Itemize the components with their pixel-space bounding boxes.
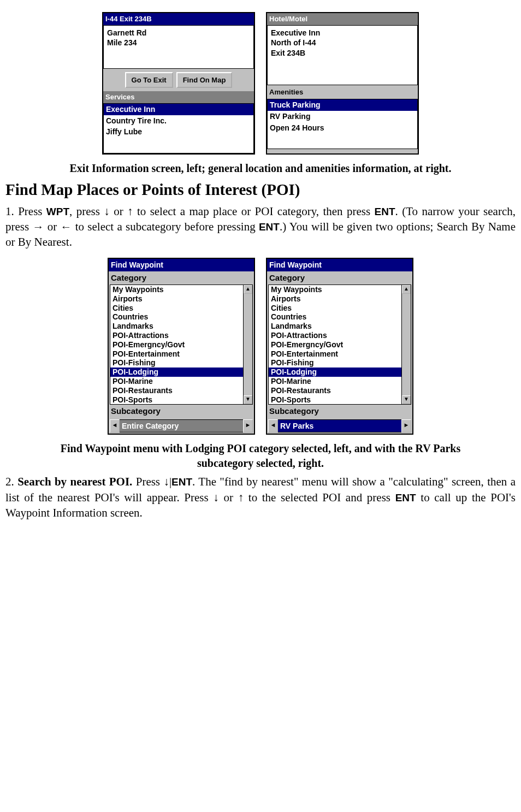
category-item[interactable]: POI-Emergncy/Govt (110, 340, 243, 349)
subcategory-selector[interactable]: ◄ Entire Category ► (110, 419, 253, 433)
hotel-info-box: Executive Inn North of I-44 Exit 234B (267, 25, 418, 85)
key-ent: ENT (375, 206, 395, 217)
info-line: North of I-44 (271, 38, 414, 48)
exit-info-left-panel: I-44 Exit 234B Garnett Rd Mile 234 Go To… (102, 12, 255, 155)
category-item[interactable]: POI-Entertainment (269, 349, 401, 359)
hotel-motel-panel: Hotel/Motel Executive Inn North of I-44 … (266, 12, 419, 155)
category-item[interactable]: POI-Restaurants (110, 386, 243, 395)
exit-info-box: Garnett Rd Mile 234 (103, 25, 254, 69)
bold-phrase: Search by nearest POI. (17, 475, 132, 488)
category-item[interactable]: POI-Emergncy/Govt (269, 340, 401, 349)
category-item[interactable]: POI-Lodging (269, 368, 401, 377)
list-item[interactable]: Executive Inn (104, 104, 253, 115)
subcategory-value: Entire Category (120, 419, 243, 433)
arrow-right-icon[interactable]: ► (243, 419, 253, 433)
panel-title: I-44 Exit 234B (103, 13, 254, 25)
amenities-list[interactable]: Truck Parking RV Parking Open 24 Hours (267, 99, 418, 149)
find-waypoint-right-panel: Find Waypoint Category My WaypointsAirpo… (266, 258, 413, 435)
scroll-up-icon[interactable]: ▲ (244, 285, 252, 294)
info-line: Garnett Rd (107, 28, 250, 38)
panel-title: Find Waypoint (109, 259, 254, 271)
info-line: Executive Inn (271, 28, 414, 38)
find-waypoint-left-panel: Find Waypoint Category My WaypointsAirpo… (108, 258, 255, 435)
list-item[interactable]: Jiffy Lube (104, 126, 253, 138)
category-item[interactable]: Airports (269, 294, 401, 304)
list-item[interactable]: Truck Parking (268, 99, 417, 111)
category-list[interactable]: My WaypointsAirportsCitiesCountriesLandm… (110, 285, 253, 405)
scroll-up-icon[interactable]: ▲ (402, 285, 411, 294)
list-item[interactable]: Country Tire Inc. (104, 115, 253, 127)
category-item[interactable]: Landmarks (269, 322, 401, 331)
amenities-header: Amenities (267, 85, 418, 99)
panel-title: Hotel/Motel (267, 13, 418, 25)
category-list[interactable]: My WaypointsAirportsCitiesCountriesLandm… (268, 285, 411, 405)
category-item[interactable]: POI-Sports (110, 395, 243, 405)
info-line: Exit 234B (271, 48, 414, 58)
subcategory-label: Subcategory (267, 405, 412, 418)
category-item[interactable]: POI-Marine (269, 377, 401, 386)
category-item[interactable]: POI-Fishing (269, 358, 401, 368)
scrollbar[interactable]: ▲ ▼ (243, 285, 252, 404)
exit-info-screenshots: I-44 Exit 234B Garnett Rd Mile 234 Go To… (5, 12, 516, 155)
category-item[interactable]: POI-Marine (110, 377, 243, 386)
section-heading: Find Map Places or Points of Interest (P… (5, 179, 516, 200)
category-item[interactable]: My Waypoints (269, 285, 401, 294)
panel-title: Find Waypoint (267, 259, 412, 271)
subcategory-value: RV Parks (278, 419, 401, 433)
category-item[interactable]: Cities (269, 304, 401, 313)
key-ent: ENT (171, 476, 192, 488)
caption-1: Exit Information screen, left; general l… (38, 161, 483, 176)
category-item[interactable]: Countries (110, 312, 243, 322)
category-item[interactable]: POI-Fishing (110, 358, 243, 368)
paragraph-2: 2. Search by nearest POI. Press ↓|ENT. T… (5, 474, 516, 520)
services-list[interactable]: Executive Inn Country Tire Inc. Jiffy Lu… (103, 103, 254, 153)
find-on-map-button[interactable]: Find On Map (176, 72, 233, 88)
category-item[interactable]: Landmarks (110, 322, 243, 331)
category-item[interactable]: POI-Entertainment (110, 349, 243, 359)
category-label: Category (109, 271, 254, 285)
category-item[interactable]: POI-Attractions (269, 331, 401, 340)
button-row: Go To Exit Find On Map (103, 69, 254, 92)
key-ent: ENT (259, 221, 280, 233)
key-ent: ENT (395, 492, 416, 503)
category-item[interactable]: Airports (110, 294, 243, 304)
subcategory-selector[interactable]: ◄ RV Parks ► (268, 419, 411, 433)
find-waypoint-screenshots: Find Waypoint Category My WaypointsAirpo… (5, 258, 516, 435)
category-item[interactable]: POI-Sports (269, 395, 401, 405)
category-items: My WaypointsAirportsCitiesCountriesLandm… (110, 285, 243, 404)
arrow-left-icon[interactable]: ◄ (110, 419, 120, 433)
category-item[interactable]: Cities (110, 304, 243, 313)
go-to-exit-button[interactable]: Go To Exit (125, 72, 173, 88)
list-item[interactable]: Open 24 Hours (268, 122, 417, 134)
category-label: Category (267, 271, 412, 285)
info-line: Mile 234 (107, 38, 250, 48)
paragraph-1: 1. Press WPT, press ↓ or ↑ to select a m… (5, 204, 516, 250)
arrow-left-icon[interactable]: ◄ (268, 419, 278, 433)
category-item[interactable]: POI-Attractions (110, 331, 243, 340)
caption-2: Find Waypoint menu with Lodging POI cate… (38, 441, 483, 471)
category-item[interactable]: My Waypoints (110, 285, 243, 294)
list-item[interactable]: RV Parking (268, 111, 417, 122)
scroll-down-icon[interactable]: ▼ (402, 395, 411, 404)
key-wpt: WPT (46, 206, 69, 217)
services-header: Services (103, 91, 254, 103)
arrow-right-icon[interactable]: ► (401, 419, 411, 433)
scroll-down-icon[interactable]: ▼ (244, 395, 252, 404)
category-item[interactable]: POI-Lodging (110, 368, 243, 377)
scrollbar[interactable]: ▲ ▼ (401, 285, 411, 404)
subcategory-label: Subcategory (109, 405, 254, 418)
category-items: My WaypointsAirportsCitiesCountriesLandm… (269, 285, 401, 404)
category-item[interactable]: Countries (269, 312, 401, 322)
category-item[interactable]: POI-Restaurants (269, 386, 401, 395)
